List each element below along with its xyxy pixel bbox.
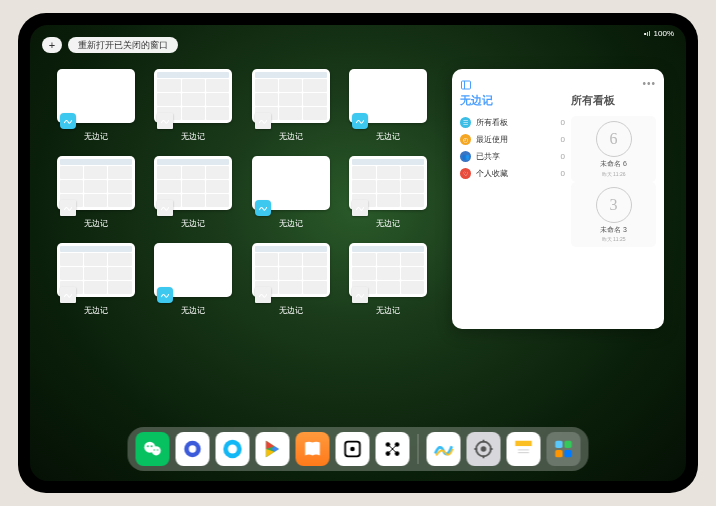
window-label: 无边记	[376, 131, 400, 142]
window-thumbnail[interactable]: 无边记	[150, 156, 238, 229]
window-label: 无边记	[181, 131, 205, 142]
window-thumbnail[interactable]: 无边记	[247, 243, 335, 316]
menu-label: 已共享	[476, 151, 500, 162]
reopen-closed-button[interactable]: 重新打开已关闭的窗口	[68, 37, 178, 53]
freeform-app-icon	[255, 113, 271, 129]
window-label: 无边记	[279, 305, 303, 316]
freeform-app-icon	[60, 113, 76, 129]
thumbnail-preview	[57, 243, 135, 297]
dock-books-icon[interactable]	[296, 432, 330, 466]
window-thumbnail[interactable]: 无边记	[150, 243, 238, 316]
window-label: 无边记	[181, 305, 205, 316]
menu-label: 个人收藏	[476, 168, 508, 179]
dock-qq-icon[interactable]	[216, 432, 250, 466]
window-label: 无边记	[279, 131, 303, 142]
window-label: 无边记	[181, 218, 205, 229]
new-window-button[interactable]: +	[42, 37, 62, 53]
svg-rect-33	[564, 450, 571, 457]
window-label: 无边记	[376, 218, 400, 229]
dock-notes-icon[interactable]	[507, 432, 541, 466]
thumbnail-preview	[57, 156, 135, 210]
menu-count: 0	[561, 152, 565, 161]
thumbnail-preview	[349, 156, 427, 210]
svg-point-3	[152, 446, 161, 455]
board-card[interactable]: 6未命名 6昨天 11:26	[571, 116, 656, 182]
freeform-app-icon	[157, 200, 173, 216]
board-label: 未命名 6	[600, 160, 627, 168]
svg-point-21	[481, 446, 487, 452]
thumbnail-preview	[154, 156, 232, 210]
dock-settings-icon[interactable]	[467, 432, 501, 466]
menu-icon: ♡	[460, 168, 471, 179]
popup-sidebar: 无边记 ☰所有看板0◴最近使用0👥已共享0♡个人收藏0	[460, 93, 565, 321]
menu-count: 0	[561, 169, 565, 178]
top-bar: + 重新打开已关闭的窗口	[42, 37, 178, 53]
dock-wechat-icon[interactable]	[136, 432, 170, 466]
window-thumbnail[interactable]: 无边记	[52, 69, 140, 142]
status-bar: •ıl 100%	[644, 29, 674, 38]
window-label: 无边记	[376, 305, 400, 316]
menu-item[interactable]: ♡个人收藏0	[460, 165, 565, 182]
thumbnail-preview	[252, 243, 330, 297]
freeform-app-icon	[60, 200, 76, 216]
window-thumbnail[interactable]: 无边记	[52, 156, 140, 229]
board-timestamp: 昨天 11:26	[602, 171, 626, 177]
window-thumbnail[interactable]: 无边记	[52, 243, 140, 316]
sidebar-icon[interactable]	[460, 77, 472, 89]
window-thumbnail[interactable]: 无边记	[150, 69, 238, 142]
dock-dice-icon[interactable]	[336, 432, 370, 466]
menu-label: 最近使用	[476, 134, 508, 145]
svg-rect-31	[564, 441, 571, 448]
window-thumbnail[interactable]: 无边记	[345, 243, 433, 316]
board-label: 未命名 3	[600, 226, 627, 234]
dock-freeform-icon[interactable]	[427, 432, 461, 466]
freeform-app-icon	[60, 287, 76, 303]
dock-play-icon[interactable]	[256, 432, 290, 466]
window-thumbnail[interactable]: 无边记	[247, 69, 335, 142]
window-label: 无边记	[84, 305, 108, 316]
svg-point-9	[189, 445, 196, 452]
freeform-app-icon	[157, 287, 173, 303]
app-title: 无边记	[460, 93, 565, 108]
board-card[interactable]: 3未命名 3昨天 11:25	[571, 182, 656, 248]
freeform-popup: ••• 无边记 ☰所有看板0◴最近使用0👥已共享0♡个人收藏0 所有看板 6未命…	[452, 69, 664, 329]
menu-item[interactable]: ☰所有看板0	[460, 114, 565, 131]
dock-dots-icon[interactable]	[376, 432, 410, 466]
window-thumbnail[interactable]: 无边记	[345, 69, 433, 142]
menu-count: 0	[561, 118, 565, 127]
board-preview: 3	[596, 187, 632, 223]
freeform-app-icon	[255, 287, 271, 303]
svg-point-6	[154, 449, 155, 450]
svg-point-11	[228, 444, 237, 453]
dock-quark-hd-icon[interactable]	[176, 432, 210, 466]
freeform-app-icon	[255, 200, 271, 216]
svg-point-7	[157, 449, 158, 450]
ipad-frame: •ıl 100% + 重新打开已关闭的窗口 无边记无边记无边记无边记无边记无边记…	[18, 13, 698, 493]
battery-text: 100%	[654, 29, 674, 38]
freeform-app-icon	[352, 287, 368, 303]
menu-item[interactable]: ◴最近使用0	[460, 131, 565, 148]
dock-separator	[418, 434, 419, 464]
thumbnail-preview	[349, 243, 427, 297]
window-label: 无边记	[279, 218, 303, 229]
dock-app-library-icon[interactable]	[547, 432, 581, 466]
svg-point-13	[350, 447, 355, 452]
thumbnail-preview	[154, 243, 232, 297]
thumbnail-preview	[154, 69, 232, 123]
menu-item[interactable]: 👥已共享0	[460, 148, 565, 165]
boards-column: 所有看板 6未命名 6昨天 11:263未命名 3昨天 11:25	[571, 93, 656, 321]
more-icon[interactable]: •••	[642, 78, 656, 89]
menu-icon: ☰	[460, 117, 471, 128]
window-grid: 无边记无边记无边记无边记无边记无边记无边记无边记无边记无边记无边记无边记	[52, 63, 432, 421]
svg-rect-26	[515, 441, 532, 447]
signal-icon: •ıl	[644, 29, 651, 38]
window-thumbnail[interactable]: 无边记	[345, 156, 433, 229]
svg-point-4	[147, 445, 149, 447]
thumbnail-preview	[349, 69, 427, 123]
window-thumbnail[interactable]: 无边记	[247, 156, 335, 229]
window-label: 无边记	[84, 131, 108, 142]
menu-icon: ◴	[460, 134, 471, 145]
menu-count: 0	[561, 135, 565, 144]
content-area: 无边记无边记无边记无边记无边记无边记无边记无边记无边记无边记无边记无边记 •••…	[52, 63, 664, 421]
freeform-app-icon	[157, 113, 173, 129]
